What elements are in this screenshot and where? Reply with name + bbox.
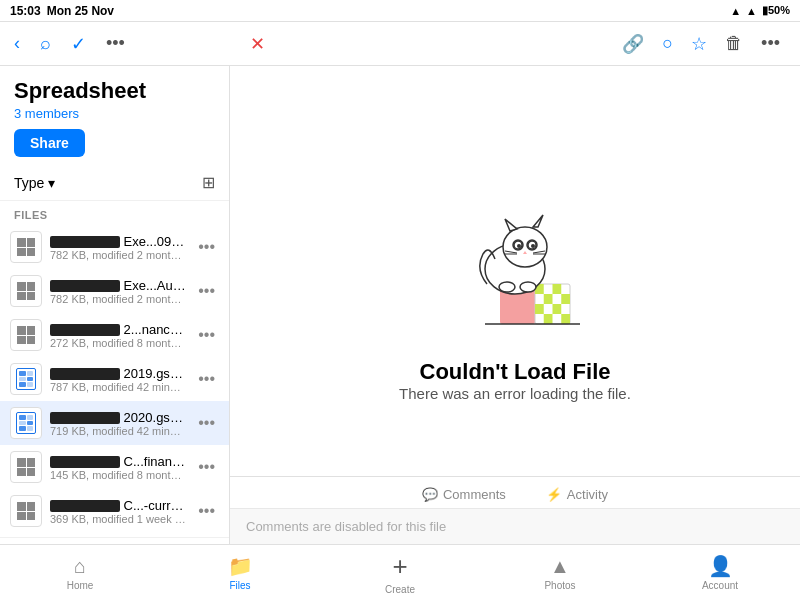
svg-point-18 — [531, 244, 535, 248]
top-nav: ‹ ⌕ ✓ ••• ✕ 🔗 ○ ☆ 🗑 ••• — [0, 22, 800, 66]
file-info: C...-current.xlsx 369 KB, modified 1 wee… — [50, 498, 186, 525]
activity-icon: ⚡ — [546, 487, 562, 502]
home-label: Home — [67, 580, 94, 591]
svg-point-17 — [517, 244, 521, 248]
tab-photos[interactable]: ▲ Photos — [480, 555, 640, 591]
trash-icon[interactable]: 🗑 — [725, 33, 743, 54]
tab-row: 💬 Comments ⚡ Activity — [230, 477, 800, 508]
sidebar-title: Spreadsheet — [14, 78, 215, 104]
svg-point-26 — [499, 282, 515, 292]
main-layout: Spreadsheet 3 members Share Type ▾ ⊞ FIL… — [0, 66, 800, 544]
share-button[interactable]: Share — [14, 129, 85, 157]
bottom-bar: ⌂ Home 📁 Files + Create ▲ Photos 👤 Accou… — [0, 544, 800, 600]
files-label: Files — [229, 580, 250, 591]
content-bottom: 💬 Comments ⚡ Activity Comments are disab… — [230, 476, 800, 544]
xlsx-icon — [10, 231, 42, 263]
svg-marker-14 — [533, 215, 543, 227]
tab-comments[interactable]: 💬 Comments — [422, 487, 506, 502]
filter-type-button[interactable]: Type ▾ — [14, 175, 55, 191]
link-icon[interactable]: 🔗 — [622, 33, 644, 55]
content-area: Couldn't Load File There was an error lo… — [230, 66, 800, 544]
back-button[interactable]: ‹ — [14, 33, 20, 54]
file-info: 2019.gsheet 787 KB, modified 42 minutes.… — [50, 366, 186, 393]
wifi-icon: ▲ — [730, 5, 741, 17]
comments-disabled-label: Comments are disabled for this file — [230, 508, 800, 544]
error-title: Couldn't Load File — [420, 359, 611, 385]
overflow-icon[interactable]: ••• — [761, 33, 780, 54]
xlsx-icon — [10, 451, 42, 483]
svg-point-27 — [520, 282, 536, 292]
filter-row: Type ▾ ⊞ — [0, 165, 229, 201]
file-info: Exe...09-19).xlsx 782 KB, modified 2 mon… — [50, 234, 186, 261]
list-item[interactable]: 2020.gsheet 719 KB, modified 42 minutes.… — [0, 401, 229, 445]
list-item[interactable]: 2019.gsheet 787 KB, modified 42 minutes.… — [0, 357, 229, 401]
file-more-icon[interactable]: ••• — [194, 412, 219, 434]
search-icon[interactable]: ⌕ — [40, 33, 51, 54]
chevron-down-icon: ▾ — [48, 175, 55, 191]
checklist-icon[interactable]: ✓ — [71, 33, 86, 55]
xlsx-icon — [10, 319, 42, 351]
xlsx-icon — [10, 495, 42, 527]
file-more-icon[interactable]: ••• — [194, 456, 219, 478]
files-section: FILES Exe...09-19).xlsx 782 KB, modified… — [0, 201, 229, 537]
more-icon[interactable]: ••• — [106, 33, 125, 54]
account-label: Account — [702, 580, 738, 591]
file-more-icon[interactable]: ••• — [194, 368, 219, 390]
svg-marker-13 — [505, 219, 517, 231]
sidebar-header: Spreadsheet 3 members Share — [0, 66, 229, 165]
photos-icon: ▲ — [550, 555, 570, 578]
file-more-icon[interactable]: ••• — [194, 324, 219, 346]
xlsx-icon — [10, 275, 42, 307]
svg-rect-8 — [553, 304, 562, 314]
file-info: 2020.gsheet 719 KB, modified 42 minutes.… — [50, 410, 186, 437]
tab-create[interactable]: + Create — [320, 551, 480, 595]
file-more-icon[interactable]: ••• — [194, 236, 219, 258]
list-item[interactable]: Exe...Aug 19.xlsx 782 KB, modified 2 mon… — [0, 269, 229, 313]
list-item[interactable]: 2...nances.xlsx 272 KB, modified 8 month… — [0, 313, 229, 357]
star-icon[interactable]: ☆ — [691, 33, 707, 55]
svg-rect-6 — [561, 294, 570, 304]
file-more-icon[interactable]: ••• — [194, 500, 219, 522]
clock-icon[interactable]: ○ — [662, 33, 673, 54]
cat-illustration — [445, 209, 585, 339]
account-icon: 👤 — [708, 554, 733, 578]
files-icon: 📁 — [228, 554, 253, 578]
home-icon: ⌂ — [74, 555, 86, 578]
error-subtitle: There was an error loading the file. — [399, 385, 631, 402]
file-info: C...finances.xlsx 145 KB, modified 8 mon… — [50, 454, 186, 481]
file-more-icon[interactable]: ••• — [194, 280, 219, 302]
signal-icon: ▲ — [746, 5, 757, 17]
tab-account[interactable]: 👤 Account — [640, 554, 800, 591]
grid-view-icon[interactable]: ⊞ — [202, 173, 215, 192]
gsheet-icon — [10, 363, 42, 395]
tab-activity[interactable]: ⚡ Activity — [546, 487, 608, 502]
sidebar-footer: 7 Files — [0, 537, 229, 544]
status-time: 15:03 — [10, 4, 41, 18]
svg-rect-10 — [561, 314, 570, 324]
battery-icon: ▮50% — [762, 4, 790, 17]
svg-rect-7 — [535, 304, 544, 314]
svg-point-12 — [503, 227, 547, 267]
create-label: Create — [385, 584, 415, 595]
svg-rect-9 — [544, 314, 553, 324]
list-item[interactable]: C...finances.xlsx 145 KB, modified 8 mon… — [0, 445, 229, 489]
tab-files[interactable]: 📁 Files — [160, 554, 320, 591]
list-item[interactable]: Exe...09-19).xlsx 782 KB, modified 2 mon… — [0, 225, 229, 269]
photos-label: Photos — [544, 580, 575, 591]
comment-icon: 💬 — [422, 487, 438, 502]
create-icon: + — [392, 551, 407, 582]
sidebar-members[interactable]: 3 members — [14, 106, 215, 121]
file-info: Exe...Aug 19.xlsx 782 KB, modified 2 mon… — [50, 278, 186, 305]
tab-home[interactable]: ⌂ Home — [0, 555, 160, 591]
close-icon[interactable]: ✕ — [250, 33, 265, 55]
svg-rect-4 — [553, 284, 562, 294]
error-illustration — [445, 209, 585, 339]
list-item[interactable]: C...-current.xlsx 369 KB, modified 1 wee… — [0, 489, 229, 533]
svg-rect-5 — [544, 294, 553, 304]
status-date: Mon 25 Nov — [47, 4, 114, 18]
gsheet-icon — [10, 407, 42, 439]
files-section-label: FILES — [0, 205, 229, 225]
file-info: 2...nances.xlsx 272 KB, modified 8 month… — [50, 322, 186, 349]
status-bar: 15:03 Mon 25 Nov ▲ ▲ ▮50% — [0, 0, 800, 22]
sidebar: Spreadsheet 3 members Share Type ▾ ⊞ FIL… — [0, 66, 230, 544]
